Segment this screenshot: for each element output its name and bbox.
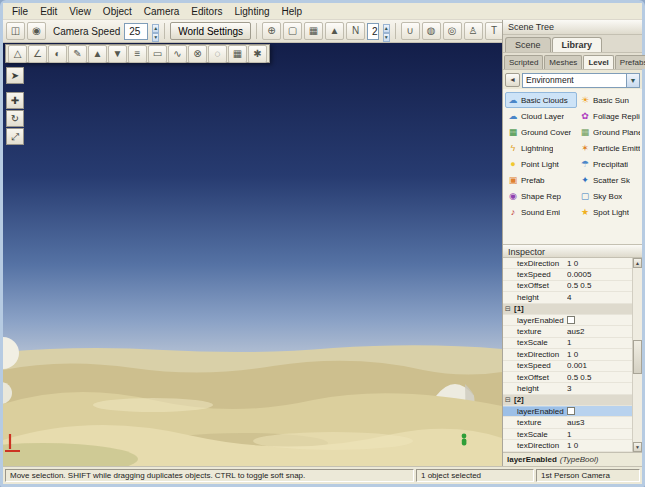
library-item-lightning[interactable]: ϟLightning <box>505 140 577 156</box>
menu-item-object[interactable]: Object <box>97 4 138 19</box>
subtab-meshes[interactable]: Meshes <box>544 55 582 69</box>
library-item-precipitati[interactable]: ☂Precipitati <box>577 156 642 172</box>
inspector-row-texdirection[interactable]: texDirection1 0 <box>503 349 632 360</box>
menu-item-help[interactable]: Help <box>276 4 309 19</box>
select-brush-icon[interactable]: ◌ <box>208 45 227 63</box>
collapse-icon[interactable]: ⊟ <box>503 305 512 313</box>
brush-settings-icon[interactable]: ✱ <box>248 45 267 63</box>
spin-up-icon[interactable]: ▲ <box>152 24 159 33</box>
smooth-icon[interactable]: ∿ <box>168 45 187 63</box>
library-back-button[interactable]: ◄ <box>505 73 520 87</box>
subtab-scripted[interactable]: Scripted <box>504 55 543 69</box>
library-item-ground-cover[interactable]: ▦Ground Cover <box>505 124 577 140</box>
inspector-row-1[interactable]: ⊟[1] <box>503 304 632 315</box>
scroll-down-icon[interactable]: ▼ <box>633 442 642 452</box>
menu-item-editors[interactable]: Editors <box>185 4 228 19</box>
chevron-down-icon[interactable]: ▼ <box>626 74 639 87</box>
raise-height-icon[interactable]: ▲ <box>88 45 107 63</box>
inspector-row-layerenabled[interactable]: layerEnabled <box>503 315 632 326</box>
viewport-3d[interactable] <box>3 43 502 466</box>
text-tool-icon[interactable]: T <box>485 22 504 40</box>
set-height-icon[interactable]: ≡ <box>128 45 147 63</box>
menu-item-view[interactable]: View <box>63 4 97 19</box>
camera-speed-spinner[interactable]: ▲▼ <box>152 24 159 39</box>
library-item-basic-clouds[interactable]: ☁Basic Clouds <box>505 92 577 108</box>
rotate-tool[interactable]: ↻ <box>6 110 24 127</box>
scrollbar-thumb[interactable] <box>633 340 642 374</box>
scroll-up-icon[interactable]: ▲ <box>633 258 642 268</box>
grid-snap-icon[interactable]: ▦ <box>304 22 323 40</box>
subtab-prefabs[interactable]: Prefabs <box>615 55 645 69</box>
object-center-icon[interactable]: ⊕ <box>262 22 281 40</box>
inspector-row-texdirection[interactable]: texDirection1 0 <box>503 440 632 451</box>
menu-item-file[interactable]: File <box>6 4 34 19</box>
inspector-row-layerenabled[interactable]: layerEnabled <box>503 406 632 417</box>
layerenabled-checkbox[interactable] <box>567 407 575 415</box>
library-item-ground-plane[interactable]: ▦Ground Plane <box>577 124 642 140</box>
world-settings-button[interactable]: World Settings <box>170 22 251 40</box>
collapse-icon[interactable]: ⊟ <box>503 396 512 404</box>
subtab-level[interactable]: Level <box>583 55 613 69</box>
inspector-row-2[interactable]: ⊟[2] <box>503 395 632 406</box>
lower-height-icon[interactable]: ▼ <box>108 45 127 63</box>
library-item-foliage-replicator[interactable]: ✿Foliage Replicator <box>577 108 642 124</box>
flatten-icon[interactable]: ▭ <box>148 45 167 63</box>
select-tool[interactable]: ➤ <box>6 67 24 84</box>
library-item-particle-emitter[interactable]: ✶Particle Emitter <box>577 140 642 156</box>
inspector-field-value: 1 0 <box>567 259 632 268</box>
tab-library[interactable]: Library <box>552 37 603 52</box>
terrain-snap-icon[interactable]: ▲ <box>325 22 344 40</box>
library-item-cloud-layer[interactable]: ☁Cloud Layer <box>505 108 577 124</box>
inspector-row-texture[interactable]: textureaus3 <box>503 417 632 428</box>
library-item-shape-rep[interactable]: ◉Shape Rep <box>505 188 577 204</box>
library-item-scatter-sk[interactable]: ✦Scatter Sk <box>577 172 642 188</box>
grid-brush-icon[interactable]: ▦ <box>228 45 247 63</box>
inspector-row-texscale[interactable]: texScale1 <box>503 338 632 349</box>
paint-brush-icon[interactable]: ✎ <box>68 45 87 63</box>
inspector-row-height[interactable]: height3 <box>503 383 632 394</box>
soft-snap-icon[interactable]: N <box>346 22 365 40</box>
inspector-row-texoffset[interactable]: texOffset0.5 0.5 <box>503 372 632 383</box>
layerenabled-checkbox[interactable] <box>567 316 575 324</box>
spin-down-icon[interactable]: ▼ <box>152 33 159 42</box>
tab-scene[interactable]: Scene <box>505 37 551 52</box>
inspector-row-texdirection[interactable]: texDirection1 0 <box>503 258 632 269</box>
menu-item-lighting[interactable]: Lighting <box>228 4 275 19</box>
inspector-row-texspeed[interactable]: texSpeed0.001 <box>503 361 632 372</box>
object-bounds-icon[interactable]: ▢ <box>283 22 302 40</box>
library-item-prefab[interactable]: ▣Prefab <box>505 172 577 188</box>
move-tool[interactable]: ✚ <box>6 92 24 109</box>
magnet-icon[interactable]: ∪ <box>401 22 420 40</box>
player-gizmo[interactable] <box>462 434 467 446</box>
inspector-row-texture[interactable]: textureaus2 <box>503 326 632 337</box>
player-drop-icon[interactable]: ♙ <box>464 22 483 40</box>
library-item-sound-emi[interactable]: ♪Sound Emi <box>505 204 577 220</box>
menu-item-edit[interactable]: Edit <box>34 4 63 19</box>
inspector-scrollbar[interactable]: ▲ ▼ <box>632 258 642 452</box>
inspector-row-texoffset[interactable]: texOffset0.5 0.5 <box>503 281 632 292</box>
menu-item-camera[interactable]: Camera <box>138 4 186 19</box>
camera-drop-icon[interactable]: ◎ <box>443 22 462 40</box>
inspector-row-texspeed[interactable]: texSpeed0.0005 <box>503 269 632 280</box>
library-item-sky-box[interactable]: ▢Sky Box <box>577 188 642 204</box>
visibility-icon[interactable]: ◉ <box>27 22 46 40</box>
circle-brush-icon[interactable]: ◐ <box>48 45 67 63</box>
library-category-dropdown[interactable]: Environment ▼ <box>522 73 640 88</box>
spin-up-icon[interactable]: ▲ <box>383 24 390 33</box>
inspector-row-texscale[interactable]: texScale1 <box>503 429 632 440</box>
sky-box-icon: ▢ <box>580 191 590 201</box>
camera-view-icon[interactable]: ◫ <box>6 22 25 40</box>
scale-tool[interactable]: ⤢ <box>6 128 24 145</box>
library-item-point-light[interactable]: ●Point Light <box>505 156 577 172</box>
inspector-row-height[interactable]: height4 <box>503 292 632 303</box>
snap-size-input[interactable]: 2 <box>367 23 379 40</box>
spin-down-icon[interactable]: ▼ <box>383 33 390 42</box>
library-item-basic-sun[interactable]: ☀Basic Sun <box>577 92 642 108</box>
angle-icon[interactable]: ∠ <box>28 45 47 63</box>
camera-speed-dropdown[interactable]: 25 <box>124 23 148 40</box>
snap-size-spinner[interactable]: ▲▼ <box>383 24 390 39</box>
ruler-icon[interactable]: △ <box>8 45 27 63</box>
world-transform-icon[interactable]: ◍ <box>422 22 441 40</box>
erase-icon[interactable]: ⊗ <box>188 45 207 63</box>
library-item-spot-light[interactable]: ★Spot Light <box>577 204 642 220</box>
